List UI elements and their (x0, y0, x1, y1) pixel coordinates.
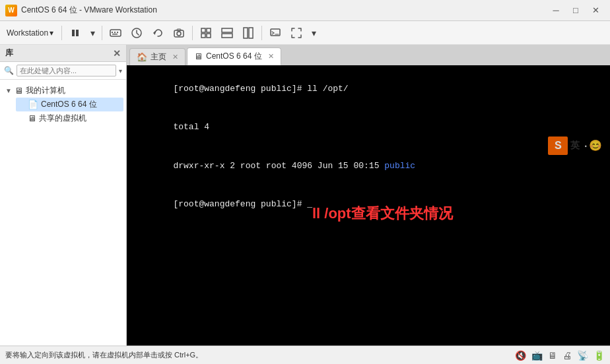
svg-marker-8 (153, 31, 155, 35)
svg-rect-18 (244, 28, 248, 38)
view-icon-1 (200, 27, 212, 39)
workstation-label: Workstation (7, 28, 48, 38)
snapshot-take-button[interactable] (170, 24, 188, 42)
sidebar-title: 库 (5, 47, 13, 59)
vm-icon: 📄 (28, 100, 38, 109)
watermark-text: 英 (570, 140, 580, 152)
console-button[interactable] (266, 24, 285, 42)
sidebar-tree: ▼ 🖥 我的计算机 📄 CentOS 6 64 位 🖥 共享的虚拟机 (0, 80, 126, 346)
sidebar-header: 库 ✕ (0, 45, 126, 62)
shared-vm-icon: 🖥 (28, 113, 36, 123)
svg-rect-13 (207, 28, 211, 32)
camera-icon (173, 27, 185, 39)
toolbar-separator-2 (102, 26, 102, 40)
maximize-button[interactable]: □ (566, 4, 585, 17)
sidebar-item-shared-vm[interactable]: 🖥 共享的虚拟机 (16, 111, 123, 125)
centos-tab-icon: 🖥 (194, 51, 203, 61)
home-tab-icon: 🏠 (137, 52, 147, 62)
terminal-annotation: ll /opt查看文件夹情况 (312, 204, 453, 224)
home-tab-close[interactable]: ✕ (172, 53, 178, 61)
minimize-button[interactable]: ─ (547, 4, 565, 17)
toolbar: Workstation ▾ ▾ (0, 21, 610, 45)
statusbar-usb-icon[interactable]: 📡 (577, 350, 588, 361)
watermark-emoji: ·😊 (582, 139, 602, 152)
view-icon-3 (242, 27, 254, 39)
terminal-line-3: drwxr-xr-x 2 root root 4096 Jun 15 00:15… (132, 146, 605, 185)
sidebar: 库 ✕ 🔍 ▾ ▼ 🖥 我的计算机 📄 CentOS 6 64 位 (0, 45, 127, 346)
window-title: CentOS 6 64 位 - VMware Workstation (21, 5, 157, 16)
statusbar-print-icon[interactable]: 🖨 (562, 350, 572, 361)
console-icon (269, 27, 281, 39)
svg-rect-19 (249, 28, 253, 38)
centos-tab-close[interactable]: ✕ (268, 52, 274, 61)
keyboard-icon (110, 27, 121, 39)
svg-rect-3 (112, 32, 113, 33)
snapshot-button[interactable] (127, 24, 146, 42)
toolbar-separator-3 (192, 26, 193, 40)
snapshot-icon (131, 27, 143, 39)
pause-button[interactable] (66, 24, 85, 42)
statusbar-display-icon[interactable]: 📺 (531, 350, 543, 361)
statusbar-right: 🔇 📺 🖥 🖨 📡 🔋 (515, 350, 605, 361)
svg-rect-16 (222, 28, 232, 32)
pause-icon (71, 28, 80, 38)
my-computer-label: 我的计算机 (26, 85, 65, 96)
search-dropdown-icon[interactable]: ▾ (119, 67, 122, 75)
svg-rect-12 (201, 28, 205, 32)
pause-dropdown[interactable]: ▾ (87, 24, 98, 42)
view-button-3[interactable] (239, 24, 257, 42)
svg-rect-6 (112, 34, 118, 35)
fullscreen-button[interactable] (287, 24, 306, 42)
svg-rect-0 (72, 30, 75, 36)
title-bar: W CentOS 6 64 位 - VMware Workstation ─ □… (0, 0, 610, 21)
revert-icon (152, 27, 164, 39)
watermark-logo: S (548, 136, 568, 155)
statusbar-message: 要将输入定向到该虚拟机，请在虚拟机内部单击或按 Ctrl+G。 (5, 350, 203, 360)
send-ctrl-alt-del-button[interactable] (106, 24, 125, 42)
statusbar-power-icon[interactable]: 🔋 (593, 350, 605, 361)
snapshot-revert-button[interactable] (149, 24, 167, 42)
title-left: W CentOS 6 64 位 - VMware Workstation (5, 5, 157, 16)
sidebar-search-input[interactable] (17, 65, 116, 76)
toolbar-separator-1 (61, 26, 62, 40)
workstation-dropdown-icon: ▾ (50, 28, 53, 38)
sidebar-item-centos[interactable]: 📄 CentOS 6 64 位 (16, 98, 123, 111)
terminal-line-3-highlight: public (384, 161, 415, 171)
computer-icon: 🖥 (15, 86, 23, 96)
tab-bar: 🏠 主页 ✕ 🖥 CentOS 6 64 位 ✕ (127, 45, 610, 65)
home-tab-label: 主页 (151, 51, 166, 63)
search-icon: 🔍 (4, 66, 14, 75)
svg-rect-14 (201, 34, 205, 38)
svg-rect-5 (117, 32, 118, 33)
sidebar-search-area: 🔍 ▾ (0, 62, 126, 80)
sidebar-close-button[interactable]: ✕ (113, 48, 121, 59)
vmware-icon: W (5, 5, 17, 16)
statusbar-volume-icon[interactable]: 🔇 (515, 350, 526, 361)
svg-rect-17 (222, 34, 232, 38)
workstation-menu[interactable]: Workstation ▾ (3, 26, 57, 40)
watermark: S 英 ·😊 (548, 136, 602, 155)
shared-vm-label: 共享的虚拟机 (39, 113, 86, 124)
fullscreen-dropdown[interactable]: ▾ (308, 24, 319, 42)
toolbar-separator-4 (261, 26, 262, 40)
sidebar-item-my-computer[interactable]: ▼ 🖥 我的计算机 (3, 84, 123, 98)
svg-rect-15 (207, 34, 211, 38)
centos-tab-label: CentOS 6 64 位 (206, 51, 262, 62)
svg-point-10 (177, 32, 181, 36)
statusbar-network-icon[interactable]: 🖥 (548, 350, 557, 361)
terminal-line-1: [root@wangdefeng public]# ll /opt/ (132, 69, 605, 108)
svg-rect-2 (110, 30, 121, 36)
view-button-1[interactable] (197, 24, 215, 42)
terminal-line-3-prefix: drwxr-xr-x 2 root root 4096 Jun 15 00:15 (173, 161, 384, 171)
centos-label: CentOS 6 64 位 (41, 99, 97, 110)
content-area: 🏠 主页 ✕ 🖥 CentOS 6 64 位 ✕ [root@wangdefen… (127, 45, 610, 346)
close-button[interactable]: ✕ (586, 4, 605, 17)
svg-rect-4 (114, 32, 116, 33)
tab-centos[interactable]: 🖥 CentOS 6 64 位 ✕ (187, 47, 281, 65)
statusbar: 要将输入定向到该虚拟机，请在虚拟机内部单击或按 Ctrl+G。 🔇 📺 🖥 🖨 … (0, 346, 610, 364)
fullscreen-icon (290, 27, 302, 39)
view-button-2[interactable] (218, 24, 236, 42)
terminal-area[interactable]: [root@wangdefeng public]# ll /opt/ total… (127, 65, 610, 346)
tab-home[interactable]: 🏠 主页 ✕ (129, 48, 186, 65)
title-controls: ─ □ ✕ (547, 4, 605, 17)
